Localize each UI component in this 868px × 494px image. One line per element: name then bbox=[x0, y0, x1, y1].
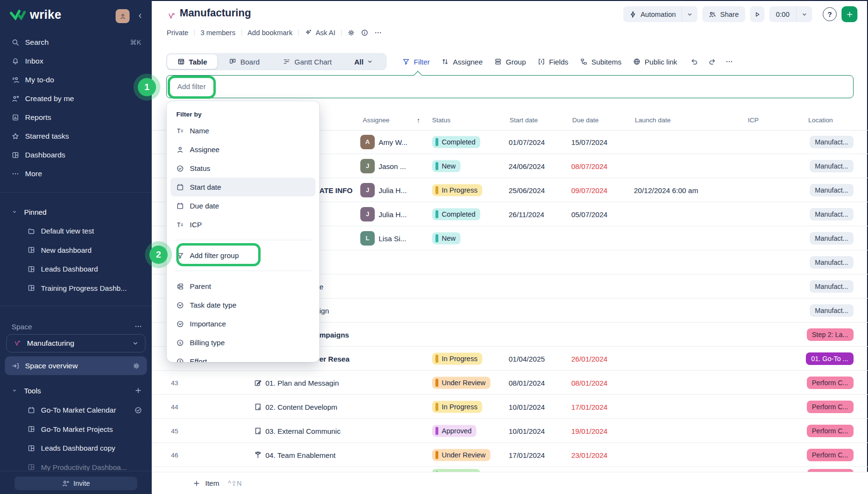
status-badge[interactable]: Completed bbox=[432, 136, 480, 148]
status-badge[interactable]: In Progress bbox=[432, 184, 482, 196]
location-badge[interactable]: Perform C... bbox=[807, 425, 854, 437]
status-badge[interactable]: New bbox=[432, 160, 460, 172]
automation-chevron-icon[interactable] bbox=[682, 11, 697, 18]
location-badge[interactable]: Manufact... bbox=[810, 232, 854, 245]
tool-item-leads-dashboard-copy[interactable]: Leads Dashboard copy bbox=[0, 439, 152, 458]
task-name[interactable]: 04. Team Enablement bbox=[265, 451, 429, 459]
tool-item-gtm-calendar[interactable]: Go-To Market Calendar bbox=[0, 401, 152, 420]
column-header-icp[interactable]: ICP bbox=[720, 117, 759, 124]
task-name-fragment[interactable]: e bbox=[319, 282, 428, 290]
filter-button[interactable]: Filter bbox=[402, 58, 430, 66]
group-button[interactable]: Group bbox=[494, 58, 526, 66]
location-badge[interactable]: Perform C... bbox=[807, 377, 854, 389]
status-badge[interactable]: In Progress bbox=[432, 352, 482, 364]
due-date[interactable]: 09/07/2024 bbox=[571, 186, 628, 194]
launch-date[interactable]: 20/12/2024 6:00 am bbox=[634, 186, 721, 194]
automation-button[interactable]: Automation bbox=[623, 6, 697, 22]
privacy-label[interactable]: Private bbox=[167, 29, 188, 37]
location-badge[interactable]: Perform C... bbox=[807, 449, 854, 461]
pinned-item-training-progress[interactable]: Training Progress Dashb... bbox=[0, 279, 152, 298]
start-date[interactable]: 10/01/2024 bbox=[509, 427, 566, 435]
header-more-icon[interactable] bbox=[374, 29, 382, 37]
start-date[interactable]: 01/04/2025 bbox=[509, 354, 566, 363]
public-link-button[interactable]: Public link bbox=[633, 58, 677, 66]
table-row[interactable]: 4301. Plan and MessaginUnder Review08/01… bbox=[152, 371, 868, 395]
menu-item-icp[interactable]: ICP bbox=[167, 215, 319, 234]
info-icon[interactable] bbox=[361, 29, 368, 37]
members-link[interactable]: 3 members bbox=[200, 29, 236, 37]
ask-ai-button[interactable]: Ask AI bbox=[304, 29, 335, 37]
start-date[interactable]: 25/06/2024 bbox=[509, 186, 566, 194]
status-badge[interactable]: New bbox=[432, 232, 460, 244]
tool-item-my-productivity[interactable]: My Productivity Dashboa... bbox=[0, 458, 152, 477]
status-badge[interactable]: Under Review bbox=[432, 449, 490, 461]
due-date[interactable]: 08/07/2024 bbox=[571, 162, 628, 170]
tool-item-gtm-projects[interactable]: Go-To Market Projects bbox=[0, 420, 152, 439]
due-date[interactable]: 05/07/2024 bbox=[571, 210, 628, 218]
sort-assignee-button[interactable]: Assignee bbox=[441, 58, 483, 66]
due-date[interactable]: 23/01/2024 bbox=[571, 451, 628, 459]
sidebar-item-created-by-me[interactable]: Created by me bbox=[0, 89, 152, 108]
menu-item-task-date-type[interactable]: Task date type bbox=[167, 296, 319, 314]
tab-table[interactable]: Table bbox=[167, 54, 217, 69]
tools-section-header[interactable]: Tools bbox=[0, 382, 152, 399]
timer-play-button[interactable] bbox=[750, 6, 764, 22]
table-row[interactable]: 4503. External CommunicApproved10/01/202… bbox=[152, 419, 868, 443]
location-badge[interactable]: Manufact... bbox=[810, 280, 854, 293]
start-date[interactable]: 08/01/2024 bbox=[509, 378, 566, 387]
due-date[interactable]: 08/01/2024 bbox=[571, 378, 628, 387]
location-badge[interactable]: 01. Go-To ... bbox=[806, 352, 854, 365]
start-date[interactable]: 26/11/2024 bbox=[509, 210, 566, 218]
assignee-avatar[interactable]: J bbox=[360, 207, 375, 221]
sidebar-item-starred-tasks[interactable]: Starred tasks bbox=[0, 127, 152, 145]
pinned-item-new-dashboard[interactable]: New dashboard bbox=[0, 241, 152, 260]
column-header-due-date[interactable]: Due date bbox=[572, 117, 599, 124]
add-item-button[interactable]: Item bbox=[205, 479, 219, 487]
pinned-item-default-view-test[interactable]: Default view test bbox=[0, 221, 152, 241]
menu-item-status[interactable]: Status bbox=[167, 159, 319, 178]
status-badge[interactable]: Approved bbox=[432, 425, 476, 437]
menu-item-assignee[interactable]: Assignee bbox=[167, 140, 319, 159]
location-badge[interactable]: Manufact... bbox=[810, 304, 854, 317]
sidebar-item-space-overview[interactable]: Space overview bbox=[5, 356, 147, 375]
status-badge[interactable]: Completed bbox=[432, 208, 480, 220]
tab-board[interactable]: Board bbox=[217, 54, 271, 69]
column-header-location[interactable]: Location bbox=[808, 117, 833, 124]
sidebar-item-my-todo[interactable]: My to-do bbox=[0, 70, 152, 89]
timer-chevron-icon[interactable] bbox=[797, 11, 812, 18]
gear-icon[interactable] bbox=[132, 362, 140, 370]
due-date[interactable]: 15/07/2024 bbox=[571, 138, 628, 146]
invite-button[interactable]: Invite bbox=[14, 477, 137, 490]
sidebar-collapse-icon[interactable] bbox=[136, 12, 144, 20]
menu-item-start-date[interactable]: Start date bbox=[171, 178, 316, 196]
add-filter-button[interactable]: Add filter bbox=[177, 76, 206, 97]
menu-item-billing-type[interactable]: $Billing type bbox=[167, 333, 319, 352]
location-badge[interactable]: Perform C... bbox=[807, 401, 854, 413]
assignee-name[interactable]: Julia H... bbox=[379, 186, 429, 194]
add-bookmark-link[interactable]: Add bookmark bbox=[248, 29, 293, 37]
help-button[interactable]: ? bbox=[823, 7, 837, 21]
assignee-name[interactable]: Amy W... bbox=[379, 138, 429, 146]
task-name[interactable]: 02. Content Developm bbox=[265, 403, 429, 411]
menu-item-due-date[interactable]: Due date bbox=[167, 196, 319, 215]
toolbar-more-icon[interactable] bbox=[725, 58, 733, 65]
due-date[interactable]: 17/01/2024 bbox=[571, 403, 628, 411]
task-name[interactable]: 03. External Communic bbox=[265, 427, 429, 435]
task-name[interactable]: 01. Plan and Messagin bbox=[265, 378, 429, 387]
sidebar-item-search[interactable]: Search ⌘K bbox=[0, 33, 152, 52]
add-tool-icon[interactable] bbox=[134, 387, 142, 394]
sidebar-item-inbox[interactable]: Inbox bbox=[0, 52, 152, 70]
location-badge[interactable]: Manufact... bbox=[810, 208, 854, 221]
sidebar-item-more[interactable]: More bbox=[0, 164, 152, 183]
due-date[interactable]: 26/01/2024 bbox=[571, 354, 628, 363]
status-badge[interactable]: In Progress bbox=[432, 401, 482, 413]
table-row[interactable]: 4604. Team EnablementUnder Review17/01/2… bbox=[152, 443, 868, 467]
menu-item-effort[interactable]: Effort bbox=[167, 352, 319, 362]
start-date[interactable]: 17/01/2024 bbox=[509, 451, 566, 459]
due-date[interactable]: 19/01/2024 bbox=[571, 427, 628, 435]
start-date[interactable]: 24/06/2024 bbox=[509, 162, 566, 170]
share-button[interactable]: Share bbox=[702, 6, 745, 22]
location-badge[interactable]: Step 2: La... bbox=[807, 328, 854, 341]
start-date[interactable]: 01/07/2024 bbox=[509, 138, 566, 146]
location-badge[interactable]: Manufact... bbox=[810, 184, 854, 196]
